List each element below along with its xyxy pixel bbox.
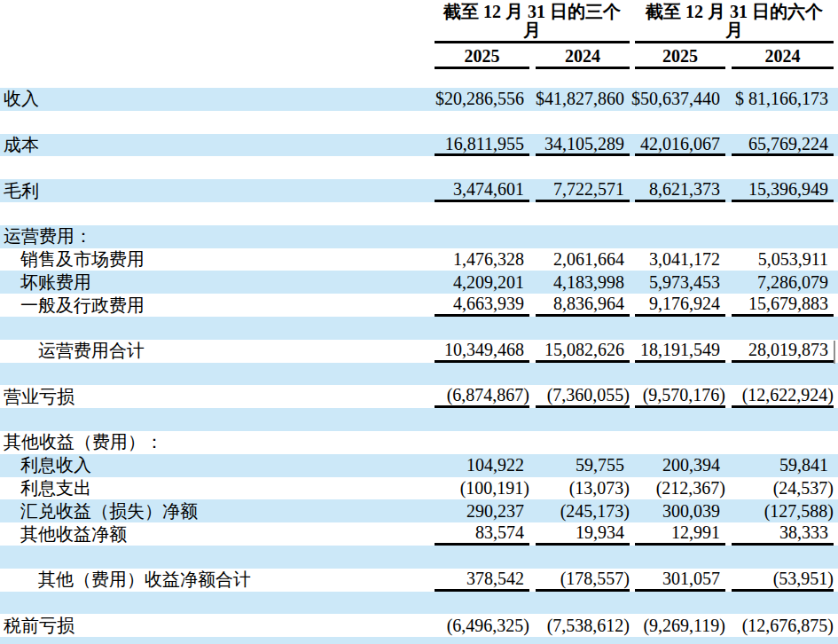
text-cursor-bar bbox=[834, 341, 835, 364]
value-cell-3m-2024 bbox=[536, 592, 630, 615]
value-cell-3m-2024: 2,061,664 bbox=[536, 248, 630, 271]
value-cell-3m-2024: (7,538,612) bbox=[536, 614, 630, 637]
value-cell-3m-2024 bbox=[536, 156, 630, 179]
table-row: 其他收益净额 83,574 19,934 12,991 38,333 bbox=[0, 522, 838, 546]
table-row bbox=[0, 546, 838, 569]
header-rule bbox=[635, 41, 834, 43]
value-cell-6m-2024: (12,622,924) bbox=[732, 385, 834, 408]
value-cell-3m-2025: 83,574 bbox=[435, 522, 529, 546]
value-cell-3m-2024: 19,934 bbox=[536, 522, 630, 546]
value-cell-3m-2025 bbox=[435, 546, 529, 569]
value-cell-3m-2025 bbox=[435, 202, 529, 225]
value-cell-3m-2024: 4,183,998 bbox=[536, 271, 630, 294]
value-cell-6m-2024: 7,286,079 bbox=[732, 271, 834, 294]
income-statement-table: 截至 12 月 31 日的三个 月 2025 2024 截至 12 月 31 日… bbox=[0, 0, 838, 644]
row-label: 利息收入 bbox=[0, 453, 435, 477]
value-cell-3m-2024 bbox=[536, 363, 630, 386]
value-cell-3m-2025 bbox=[435, 408, 529, 431]
value-cell-3m-2025: 290,237 bbox=[435, 499, 529, 522]
col-group-title-line2: 月 bbox=[435, 21, 630, 40]
table-row: 利息支出 (100,191) (13,073) (212,367) (24,53… bbox=[0, 477, 838, 500]
row-label: 坏账费用 bbox=[0, 271, 435, 295]
table-row: 成本 16,811,955 34,105,289 42,016,067 65,7… bbox=[0, 134, 838, 157]
value-cell-3m-2024: 59,755 bbox=[536, 454, 630, 477]
value-cell-6m-2025: (9,570,176) bbox=[635, 385, 725, 408]
value-cell-6m-2025: 200,394 bbox=[635, 454, 725, 477]
value-cell-3m-2025: (100,191) bbox=[435, 477, 529, 500]
value-cell-6m-2025: 5,973,453 bbox=[635, 271, 725, 294]
value-cell-6m-2025 bbox=[635, 592, 725, 615]
value-cell-6m-2025 bbox=[635, 202, 725, 225]
value-cell-3m-2025: 3,474,601 bbox=[435, 179, 529, 202]
row-label: 汇兑收益（损失）净额 bbox=[0, 499, 435, 523]
value-cell-3m-2024 bbox=[536, 546, 630, 569]
value-cell-3m-2024: 8,836,964 bbox=[536, 294, 630, 317]
table-row: 其他收益（费用）： bbox=[0, 431, 838, 454]
row-label: 其他（费用）收益净额合计 bbox=[0, 568, 435, 592]
value-cell-6m-2025 bbox=[635, 156, 725, 179]
table-row bbox=[0, 637, 838, 644]
value-cell-6m-2025 bbox=[635, 637, 725, 644]
value-cell-6m-2025: $50,637,440 bbox=[635, 88, 725, 111]
value-cell-3m-2025: $20,286,556 bbox=[435, 88, 529, 111]
table-row bbox=[0, 408, 838, 431]
value-cell-3m-2025 bbox=[435, 111, 529, 134]
value-cell-3m-2025 bbox=[435, 225, 529, 248]
value-cell-6m-2024 bbox=[732, 637, 834, 644]
table-row: 汇兑收益（损失）净额 290,237 (245,173) 300,039 (12… bbox=[0, 499, 838, 522]
value-cell-6m-2024: (24,537) bbox=[732, 477, 834, 500]
value-cell-3m-2024 bbox=[536, 111, 630, 134]
row-label: 成本 bbox=[0, 133, 435, 157]
table-row: 运营费用： bbox=[0, 225, 838, 248]
table-row: 税前亏损 (6,496,325) (7,538,612) (9,269,119)… bbox=[0, 614, 838, 637]
value-cell-3m-2024 bbox=[536, 408, 630, 431]
value-cell-6m-2024: 38,333 bbox=[732, 522, 834, 546]
value-cell-6m-2024: $ 81,166,173 bbox=[732, 88, 834, 111]
table-row: 其他（费用）收益净额合计 378,542 (178,557) 301,057 (… bbox=[0, 569, 838, 592]
value-cell-6m-2025 bbox=[635, 363, 725, 386]
row-label: 收入 bbox=[0, 87, 435, 111]
value-cell-6m-2024 bbox=[732, 592, 834, 615]
value-cell-3m-2025: 10,349,468 bbox=[435, 340, 529, 363]
year-header-row: 2025 2024 bbox=[435, 45, 630, 69]
value-cell-3m-2024 bbox=[536, 202, 630, 225]
year-header-2024: 2024 bbox=[732, 45, 834, 69]
year-header-2025: 2025 bbox=[635, 45, 725, 69]
value-cell-6m-2024 bbox=[732, 111, 834, 134]
value-cell-3m-2025: 378,542 bbox=[435, 569, 529, 592]
table-row: 一般及行政费用 4,663,939 8,836,964 9,176,924 15… bbox=[0, 294, 838, 317]
value-cell-3m-2025 bbox=[435, 592, 529, 615]
value-cell-6m-2025: 301,057 bbox=[635, 569, 725, 592]
row-label: 其他收益（费用）： bbox=[0, 430, 435, 454]
value-cell-6m-2024 bbox=[732, 546, 834, 569]
value-cell-3m-2024: 7,722,571 bbox=[536, 179, 630, 202]
table-header: 截至 12 月 31 日的三个 月 2025 2024 截至 12 月 31 日… bbox=[0, 0, 838, 88]
value-cell-6m-2025: 12,991 bbox=[635, 522, 725, 546]
value-cell-6m-2025: 3,041,172 bbox=[635, 248, 725, 271]
value-cell-3m-2025 bbox=[435, 156, 529, 179]
value-cell-6m-2025 bbox=[635, 111, 725, 134]
value-cell-6m-2024: (12,676,875) bbox=[732, 614, 834, 637]
value-cell-3m-2025 bbox=[435, 363, 529, 386]
value-cell-3m-2025 bbox=[435, 317, 529, 340]
value-cell-3m-2024: 34,105,289 bbox=[536, 134, 630, 157]
value-cell-6m-2025: 18,191,549 bbox=[635, 340, 725, 363]
value-cell-6m-2024 bbox=[732, 408, 834, 431]
table-row: 坏账费用 4,209,201 4,183,998 5,973,453 7,286… bbox=[0, 271, 838, 294]
row-label: 税前亏损 bbox=[0, 614, 435, 638]
value-cell-3m-2025: (6,496,325) bbox=[435, 614, 529, 637]
value-cell-6m-2024 bbox=[732, 225, 834, 248]
row-label: 其他收益净额 bbox=[0, 522, 435, 546]
year-header-row: 2025 2024 bbox=[635, 45, 834, 69]
value-cell-6m-2025 bbox=[635, 408, 725, 431]
value-cell-6m-2025: (212,367) bbox=[635, 477, 725, 500]
table-body: 收入 $20,286,556 $41,827,860 $50,637,440 $… bbox=[0, 88, 838, 644]
value-cell-6m-2025 bbox=[635, 225, 725, 248]
value-cell-3m-2024 bbox=[536, 431, 630, 454]
col-group-six-months: 截至 12 月 31 日的六个 月 2025 2024 bbox=[635, 3, 834, 69]
value-cell-6m-2025 bbox=[635, 317, 725, 340]
value-cell-6m-2025: 9,176,924 bbox=[635, 294, 725, 317]
value-cell-6m-2025: 42,016,067 bbox=[635, 134, 725, 157]
value-cell-3m-2024 bbox=[536, 317, 630, 340]
header-rule bbox=[435, 41, 630, 43]
